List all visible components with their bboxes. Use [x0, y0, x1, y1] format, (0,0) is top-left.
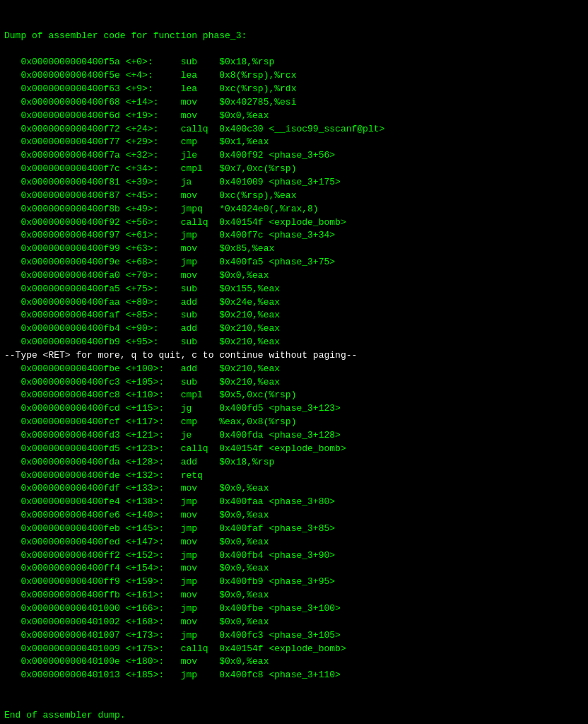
- code-line: 0x0000000000400f72 <+24>: callq 0x400c30…: [4, 123, 584, 136]
- code-line: 0x0000000000400ff9 <+159>: jmp 0x400fb9 …: [4, 576, 584, 589]
- code-line: 0x0000000000400fc3 <+105>: sub $0x210,%e…: [4, 376, 584, 390]
- code-line: 0x0000000000400f99 <+63>: mov $0x85,%eax: [4, 243, 584, 256]
- code-line: 0x0000000000400f5e <+4>: lea 0x8(%rsp),%…: [4, 69, 584, 83]
- code-line: 0x0000000000400fcf <+117>: cmp %eax,0x8(…: [4, 416, 584, 429]
- assembler-dump: Dump of assembler code for function phas…: [4, 3, 584, 56]
- code-line: 0x0000000000400fde <+132>: retq: [4, 469, 584, 483]
- code-line: 0x0000000000400f77 <+29>: cmp $0x1,%eax: [4, 136, 584, 149]
- code-line: 0x0000000000400fcd <+115>: jg 0x400fd5 <…: [4, 402, 584, 416]
- dump-footer: End of assembler dump.: [4, 682, 584, 724]
- code-line: 0x0000000000400f92 <+56>: callq 0x40154f…: [4, 216, 584, 230]
- code-line: 0x0000000000400ff4 <+154>: mov $0x0,%eax: [4, 562, 584, 576]
- code-line: 0x0000000000400faf <+85>: sub $0x210,%ea…: [4, 309, 584, 322]
- code-line: 0x0000000000401009 <+175>: callq 0x40154…: [4, 643, 584, 656]
- code-line: 0x0000000000400f9e <+68>: jmp 0x400fa5 <…: [4, 256, 584, 269]
- code-line: --Type <RET> for more, q to quit, c to c…: [4, 349, 584, 363]
- code-line: 0x0000000000400fdf <+133>: mov $0x0,%eax: [4, 482, 584, 496]
- code-line: 0x0000000000401013 <+185>: jmp 0x400fc8 …: [4, 669, 584, 682]
- code-line: 0x0000000000400f81 <+39>: ja 0x401009 <p…: [4, 176, 584, 189]
- code-line: 0x0000000000400f63 <+9>: lea 0xc(%rsp),%…: [4, 83, 584, 96]
- code-line: 0x0000000000400fbe <+100>: add $0x210,%e…: [4, 363, 584, 376]
- code-line: 0x0000000000400ffb <+161>: mov $0x0,%eax: [4, 589, 584, 602]
- code-line: 0x0000000000400fe6 <+140>: mov $0x0,%eax: [4, 509, 584, 522]
- dump-header: Dump of assembler code for function phas…: [4, 30, 584, 43]
- footer-text: End of assembler dump.: [4, 709, 584, 723]
- code-line: 0x0000000000400fa5 <+75>: sub $0x155,%ea…: [4, 283, 584, 296]
- code-line: 0x0000000000400f87 <+45>: mov 0xc(%rsp),…: [4, 189, 584, 203]
- code-line: 0x0000000000400fc8 <+110>: cmpl $0x5,0xc…: [4, 389, 584, 402]
- code-line: 0x0000000000400fda <+128>: add $0x18,%rs…: [4, 456, 584, 469]
- code-line: 0x0000000000400fe4 <+138>: jmp 0x400faa …: [4, 496, 584, 509]
- code-line: 0x0000000000400f7a <+32>: jle 0x400f92 <…: [4, 149, 584, 163]
- code-line: 0x0000000000400fb9 <+95>: sub $0x210,%ea…: [4, 336, 584, 349]
- code-line: 0x0000000000400f6d <+19>: mov $0x0,%eax: [4, 110, 584, 123]
- code-line: 0x0000000000400fb4 <+90>: add $0x210,%ea…: [4, 322, 584, 336]
- code-line: 0x000000000040100e <+180>: mov $0x0,%eax: [4, 655, 584, 669]
- code-line: 0x0000000000400fd3 <+121>: je 0x400fda <…: [4, 429, 584, 443]
- code-line: 0x0000000000400faa <+80>: add $0x24e,%ea…: [4, 296, 584, 310]
- code-line: 0x0000000000400fed <+147>: mov $0x0,%eax: [4, 536, 584, 549]
- code-lines-container: 0x0000000000400f5a <+0>: sub $0x18,%rsp …: [4, 56, 584, 682]
- code-line: 0x0000000000401000 <+166>: jmp 0x400fbe …: [4, 602, 584, 616]
- code-line: 0x0000000000400f97 <+61>: jmp 0x400f7c <…: [4, 229, 584, 243]
- code-line: 0x0000000000400f68 <+14>: mov $0x402785,…: [4, 96, 584, 110]
- code-line: 0x0000000000400fd5 <+123>: callq 0x40154…: [4, 443, 584, 456]
- code-line: 0x0000000000400f8b <+49>: jmpq *0x4024e0…: [4, 203, 584, 216]
- code-line: 0x0000000000400fa0 <+70>: mov $0x0,%eax: [4, 269, 584, 283]
- code-line: 0x0000000000400ff2 <+152>: jmp 0x400fb4 …: [4, 549, 584, 563]
- code-line: 0x0000000000400f5a <+0>: sub $0x18,%rsp: [4, 56, 584, 69]
- code-line: 0x0000000000401007 <+173>: jmp 0x400fc3 …: [4, 629, 584, 643]
- code-line: 0x0000000000400f7c <+34>: cmpl $0x7,0xc(…: [4, 163, 584, 176]
- code-line: 0x0000000000401002 <+168>: mov $0x0,%eax: [4, 616, 584, 629]
- code-line: 0x0000000000400feb <+145>: jmp 0x400faf …: [4, 522, 584, 536]
